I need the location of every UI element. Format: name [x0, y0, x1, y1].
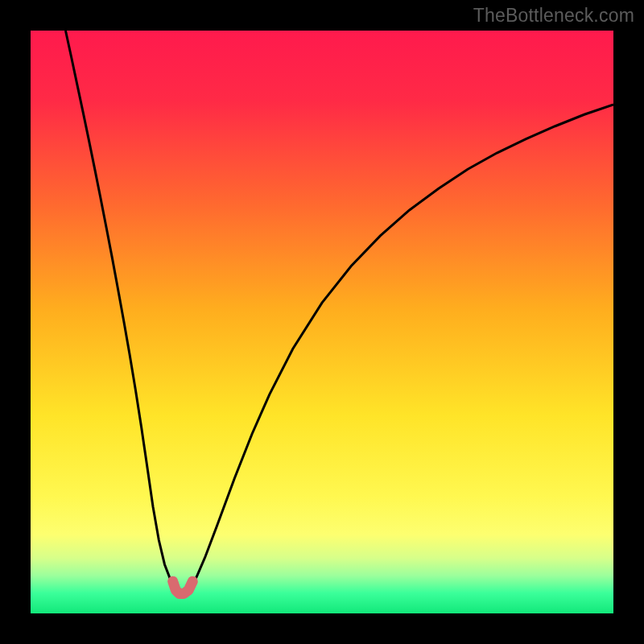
chart-frame: TheBottleneck.com: [0, 0, 644, 644]
curves-layer: [31, 31, 613, 613]
plot-area: [31, 31, 613, 613]
curve-left-branch: [65, 31, 174, 585]
curve-right-branch: [192, 105, 613, 585]
valley-marker: [173, 581, 193, 593]
watermark-text: TheBottleneck.com: [473, 5, 634, 27]
